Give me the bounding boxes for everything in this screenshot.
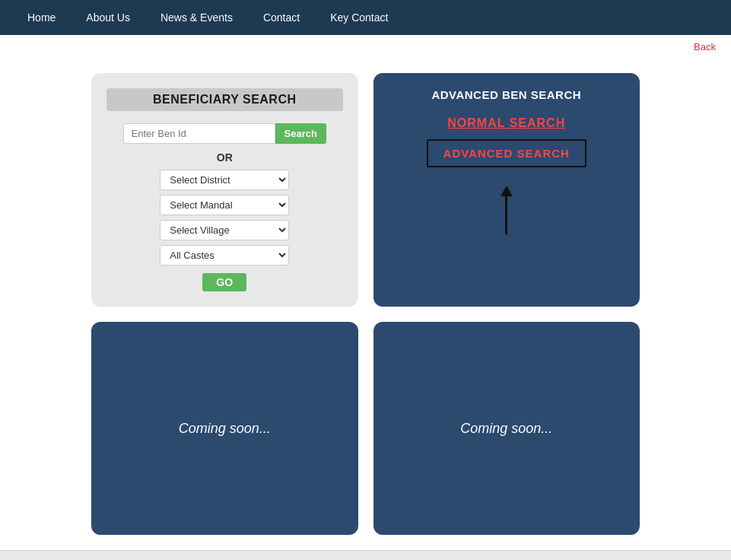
coming-soon-text-1: Coming soon... [179, 421, 271, 437]
coming-soon-card-1: Coming soon... [91, 322, 358, 535]
main-content: BENEFICIARY SEARCH Search OR Select Dist… [0, 58, 731, 550]
go-button[interactable]: GO [202, 273, 246, 291]
main-nav: Home About Us News & Events Contact Key … [0, 0, 731, 35]
back-link[interactable]: Back [694, 41, 716, 52]
village-select[interactable]: Select Village [160, 220, 289, 240]
cards-grid: BENEFICIARY SEARCH Search OR Select Dist… [91, 73, 640, 535]
mandal-select[interactable]: Select Mandal [160, 195, 289, 215]
nav-about-us[interactable]: About Us [74, 7, 142, 28]
search-button[interactable]: Search [275, 123, 326, 144]
advanced-search-button[interactable]: ADVANCED SEARCH [427, 139, 586, 167]
castes-select[interactable]: All Castes [160, 245, 289, 266]
nav-news-events[interactable]: News & Events [148, 7, 245, 28]
district-select[interactable]: Select District [160, 170, 289, 190]
nav-contact[interactable]: Contact [251, 7, 312, 28]
normal-search-link[interactable]: NORMAL SEARCH [447, 116, 565, 130]
advanced-search-card: ADVANCED BEN SEARCH NORMAL SEARCH ADVANC… [373, 73, 640, 307]
arrow-head-icon [501, 186, 513, 196]
coming-soon-text-2: Coming soon... [460, 421, 552, 437]
ben-id-input[interactable] [123, 123, 275, 144]
advanced-search-title: ADVANCED BEN SEARCH [431, 88, 581, 101]
select-group: Select District Select Mandal Select Vil… [106, 170, 343, 266]
or-text: OR [106, 151, 343, 164]
back-link-container: Back [0, 35, 731, 58]
nav-key-contact[interactable]: Key Contact [318, 7, 400, 28]
arrow-up-indicator [501, 186, 513, 234]
coming-soon-card-2: Coming soon... [373, 322, 640, 535]
ben-id-search-row: Search [106, 123, 343, 144]
nav-home[interactable]: Home [15, 7, 68, 28]
footer: Mail | Ongoing Programmes | Press Note |… [0, 550, 731, 560]
arrow-line-icon [505, 196, 507, 234]
beneficiary-search-card: BENEFICIARY SEARCH Search OR Select Dist… [91, 73, 358, 307]
beneficiary-search-title: BENEFICIARY SEARCH [106, 88, 343, 111]
go-btn-row: GO [106, 273, 343, 291]
